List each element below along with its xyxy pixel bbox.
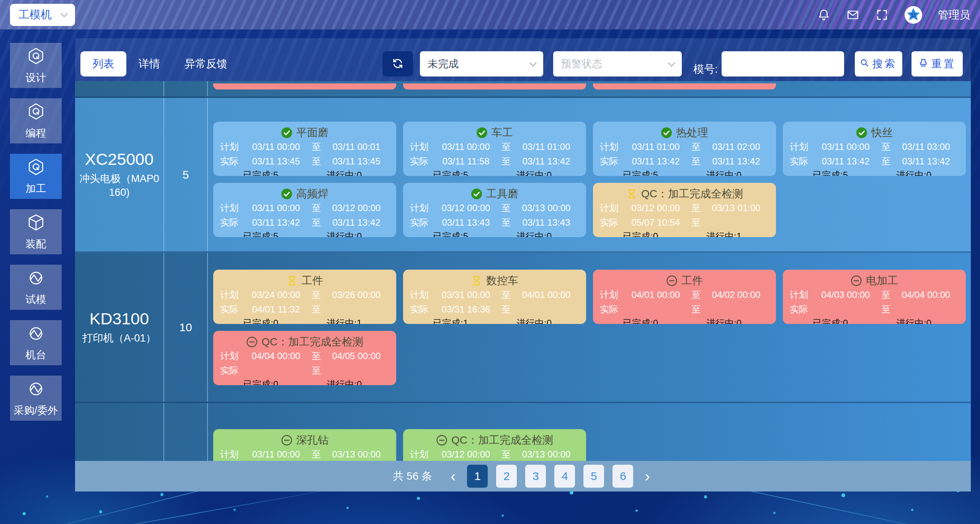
reset-icon	[918, 58, 928, 70]
actual-to-label: 至	[498, 303, 514, 316]
inprogress-count: 进行中:0	[516, 230, 552, 237]
workspace-label: 工模机	[18, 7, 52, 23]
bell-icon[interactable]	[817, 8, 831, 22]
sidebar-item-design[interactable]: 设计	[10, 43, 62, 88]
warning-filter-placeholder: 预警状态	[561, 57, 602, 71]
actual-end: 03/11 13:42	[514, 156, 578, 167]
avatar[interactable]	[904, 6, 923, 24]
count-cell	[164, 81, 208, 96]
completed-count: 已完成:0	[243, 378, 278, 385]
plan-start: 03/24 00:00	[244, 290, 308, 300]
tab-detail[interactable]: 详情	[126, 51, 172, 76]
process-card[interactable]: 电加工 计划 04/03 00:00 至 04/04 00:00 实际 至 已完…	[783, 270, 966, 324]
mold-cell: XC25000 冲头电极（MAP0160)	[75, 98, 164, 251]
refresh-icon	[391, 57, 404, 71]
sidebar-item-trial-mold[interactable]: 试模	[10, 265, 62, 310]
actual-to-label: 至	[308, 216, 324, 229]
warning-filter-select[interactable]: 预警状态	[553, 51, 682, 76]
next-page-button[interactable]: ›	[642, 469, 653, 484]
plan-to-label: 至	[308, 289, 324, 301]
process-cards: 工件 计划 03/24 00:00 至 03/26 00:00 实际 04/01…	[208, 253, 971, 402]
search-icon	[859, 58, 869, 70]
process-card[interactable]: 数控车 计划 03/31 00:00 至 04/01 00:00 实际 03/3…	[403, 270, 586, 324]
plan-end: 03/13 01:00	[704, 203, 768, 213]
plan-label: 计划	[220, 202, 244, 214]
actual-start: 03/11 13:42	[244, 217, 308, 228]
refresh-button[interactable]	[382, 51, 413, 76]
page-button-6[interactable]: 6	[612, 465, 633, 488]
plan-to-label: 至	[688, 202, 704, 214]
sidebar-item-machine[interactable]: 机台	[10, 320, 62, 365]
plan-start: 03/11 00:00	[244, 203, 308, 213]
plan-end: 04/05 00:00	[324, 351, 389, 361]
actual-to-label: 至	[308, 155, 324, 168]
page-button-2[interactable]: 2	[496, 465, 517, 488]
tab-exception-feedback[interactable]: 异常反馈	[172, 51, 240, 76]
page-button-4[interactable]: 4	[554, 465, 575, 488]
actual-label: 实际	[790, 155, 813, 168]
sidebar-item-procurement[interactable]: 采购/委外	[10, 376, 62, 421]
part-name: 打印机（A-01）	[79, 331, 159, 345]
status-filter-select[interactable]: 未完成	[420, 51, 543, 76]
plan-end: 04/01 00:00	[514, 290, 578, 300]
minus-circle-icon	[851, 275, 862, 286]
actual-to-label: 至	[498, 155, 514, 168]
completed-count: 已完成:5	[813, 169, 848, 176]
plan-label: 计划	[410, 141, 434, 153]
sidebar-item-assembly[interactable]: 装配	[10, 209, 62, 254]
plan-label: 计划	[410, 448, 434, 461]
page-button-5[interactable]: 5	[583, 465, 604, 488]
plan-label: 计划	[410, 202, 434, 214]
process-card[interactable]: 工件 计划 04/01 00:00 至 04/02 00:00 实际 至 已完成…	[593, 270, 776, 324]
mold-number-input[interactable]	[722, 51, 844, 76]
reset-button[interactable]: 重置	[911, 51, 963, 76]
tab-list[interactable]: 列表	[80, 51, 126, 76]
process-card[interactable]: 平面磨 计划 03/11 00:00 至 03/11 00:01 实际 03/1…	[213, 122, 396, 176]
mail-icon[interactable]	[846, 8, 860, 22]
inprogress-count: 进行中:0	[516, 317, 552, 324]
plan-label: 计划	[220, 448, 244, 461]
chevron-down-icon	[668, 59, 675, 66]
mold-code: KD3100	[90, 309, 149, 328]
plan-end: 03/11 03:00	[894, 142, 958, 152]
process-name: 高频焊	[296, 187, 328, 201]
sidebar-item-machining[interactable]: 加工	[10, 154, 62, 199]
page-button-1[interactable]: 1	[467, 465, 488, 488]
plan-start: 03/11 00:00	[434, 142, 498, 152]
user-name: 管理员	[938, 8, 970, 22]
process-name: QC：加工完成全检测	[261, 335, 363, 349]
plan-start: 03/11 00:00	[244, 142, 308, 152]
actual-end: 03/11 13:42	[324, 217, 389, 228]
fullscreen-icon[interactable]	[875, 8, 889, 22]
process-card[interactable]: 热处理 计划 03/11 01:00 至 03/11 02:00 实际 03/1…	[593, 122, 776, 176]
process-card[interactable]: QC：加工完成全检测 计划 03/12 00:00 至 03/13 01:00 …	[593, 183, 776, 237]
mold-code: XC25000	[85, 150, 154, 169]
plan-end: 03/13 00:00	[514, 449, 578, 460]
process-card[interactable]: 高频焊 计划 03/11 00:00 至 03/12 00:00 实际 03/1…	[213, 183, 396, 237]
workspace-selector[interactable]: 工模机	[10, 4, 75, 26]
process-name: 平面磨	[296, 125, 328, 140]
plan-end: 03/13 00:00	[324, 449, 389, 460]
process-card[interactable]: 车工 计划 03/11 00:00 至 03/11 01:00 实际 03/11…	[403, 122, 586, 176]
actual-label: 实际	[410, 155, 434, 168]
prev-page-button[interactable]: ‹	[448, 469, 459, 484]
plan-label: 计划	[600, 289, 624, 301]
plan-end: 03/11 01:00	[514, 142, 578, 152]
plan-to-label: 至	[878, 141, 894, 153]
plan-start: 04/01 00:00	[624, 290, 688, 300]
reset-button-label: 重置	[931, 57, 956, 71]
hourglass-icon	[626, 188, 637, 200]
plan-start: 03/12 00:00	[624, 203, 688, 213]
process-card[interactable]: 工具磨 计划 03/12 00:00 至 03/13 00:00 实际 03/1…	[403, 183, 586, 237]
process-card[interactable]: 快丝 计划 03/11 00:00 至 03/11 03:00 实际 03/11…	[783, 122, 966, 176]
table-row: KD3100 打印机（A-01） 10 工件 计划 03/24 00:00 至 …	[75, 253, 971, 403]
process-card[interactable]: 工件 计划 03/24 00:00 至 03/26 00:00 实际 04/01…	[213, 270, 396, 324]
sidebar-item-programming[interactable]: 编程	[10, 98, 62, 143]
page-button-3[interactable]: 3	[525, 465, 546, 488]
process-card[interactable]: QC：加工完成全检测 计划 04/04 00:00 至 04/05 00:00 …	[213, 331, 396, 385]
search-button[interactable]: 搜索	[855, 51, 902, 76]
process-name: 热处理	[676, 125, 708, 140]
actual-to-label: 至	[688, 155, 704, 168]
hexagon-gear-icon	[26, 157, 46, 177]
plan-to-label: 至	[308, 202, 324, 214]
